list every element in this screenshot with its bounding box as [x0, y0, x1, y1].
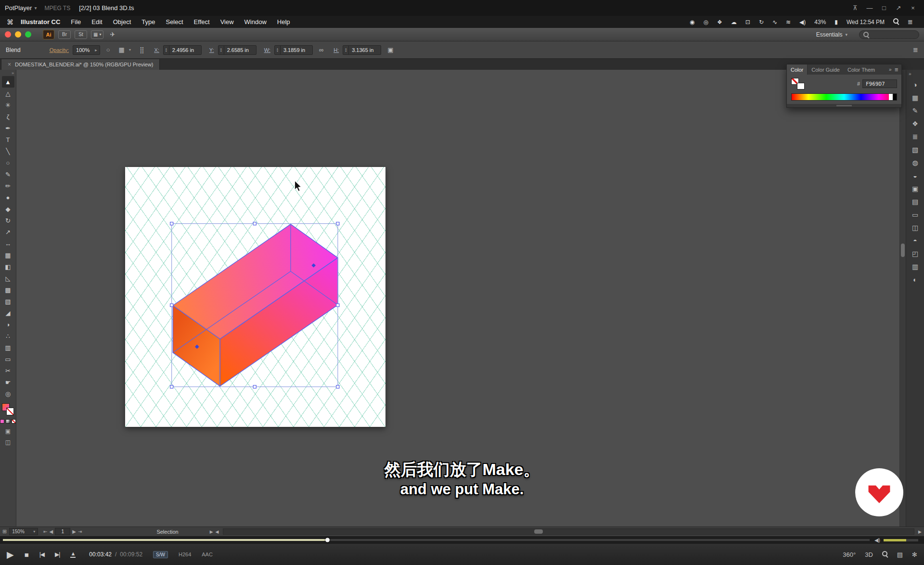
seek-handle[interactable]: [325, 538, 330, 542]
y-field[interactable]: ▴▾ 2.6585 in: [218, 45, 257, 55]
first-artboard-icon[interactable]: ⇤: [43, 529, 47, 534]
stepper-icon[interactable]: ▴▾: [275, 46, 281, 54]
spotlight-search-icon[interactable]: [889, 18, 903, 26]
opacity-link[interactable]: Opacity:: [50, 47, 69, 53]
x-link[interactable]: X:: [154, 47, 159, 53]
w-field[interactable]: ▴▾ 3.1859 in: [274, 45, 313, 55]
mesh-tool[interactable]: ▩: [2, 284, 14, 295]
color-button[interactable]: [0, 419, 4, 424]
workspace-switcher[interactable]: Essentials ▾: [816, 31, 847, 38]
play-button[interactable]: ▶: [7, 550, 14, 559]
battery-icon[interactable]: ▮: [830, 19, 842, 26]
panel-layers-icon[interactable]: ▤: [908, 195, 923, 208]
blend-tool[interactable]: ◑: [2, 319, 14, 330]
panel-brushes-icon[interactable]: ✎: [908, 104, 923, 117]
stepper-icon[interactable]: ▴▾: [343, 46, 349, 54]
shape-builder-tool[interactable]: ◧: [2, 261, 14, 272]
pin-icon[interactable]: ⊼: [849, 3, 861, 13]
zoom-button[interactable]: [882, 551, 888, 558]
scroll-right-icon[interactable]: ▶: [918, 529, 922, 534]
volume-icon[interactable]: ◀): [795, 19, 810, 26]
h-field[interactable]: ▴▾ 3.1365 in: [343, 45, 381, 55]
fill-stroke-indicator[interactable]: [2, 403, 14, 415]
canvas[interactable]: [16, 70, 906, 526]
perspective-grid-tool[interactable]: ◺: [2, 272, 14, 284]
recolor-artwork-icon[interactable]: ○: [106, 46, 110, 53]
wifi-icon[interactable]: ≋: [782, 19, 795, 26]
minimize-icon[interactable]: —: [863, 3, 876, 13]
none-button[interactable]: [12, 419, 16, 424]
pencil-tool[interactable]: ✏: [2, 180, 14, 192]
stepper-icon[interactable]: ▴▾: [164, 46, 169, 54]
panel-appearance-icon[interactable]: ◒: [908, 169, 923, 182]
blob-brush-tool[interactable]: ●: [2, 192, 14, 203]
volume-slider[interactable]: [884, 539, 918, 541]
menu-effect[interactable]: Effect: [189, 18, 215, 26]
slice-tool[interactable]: ✂: [2, 365, 14, 376]
tab-color[interactable]: Color: [787, 64, 808, 75]
tab-color-themes[interactable]: Color Them: [844, 64, 879, 75]
color-spectrum-slider[interactable]: [791, 93, 897, 101]
status-options-icon[interactable]: ▶: [210, 529, 213, 534]
zoom-traffic-light[interactable]: [25, 31, 31, 38]
prev-artboard-icon[interactable]: ◀: [50, 529, 53, 534]
panel-pathfinder-icon[interactable]: ◓: [908, 234, 923, 247]
panel-symbols-icon[interactable]: ❖: [908, 117, 923, 130]
cloud-icon[interactable]: ☁: [727, 19, 741, 26]
width-tool[interactable]: ↔: [2, 238, 14, 249]
menu-object[interactable]: Object: [108, 18, 137, 26]
camera-icon[interactable]: ◎: [699, 19, 713, 26]
ellipse-tool[interactable]: ○: [2, 157, 14, 168]
previous-button[interactable]: |◀: [39, 552, 44, 557]
display-icon[interactable]: ⊡: [741, 19, 755, 26]
panel-swatches-icon[interactable]: ▦: [908, 91, 923, 104]
reference-point-icon[interactable]: ⣿: [140, 46, 144, 53]
seek-bar[interactable]: [3, 539, 870, 541]
artboard-number-field[interactable]: 1: [55, 528, 70, 535]
last-artboard-icon[interactable]: ⇥: [78, 529, 82, 534]
panel-transparency-icon[interactable]: ◍: [908, 156, 923, 169]
menu-view[interactable]: View: [215, 18, 239, 26]
symbol-sprayer-tool[interactable]: ∴: [2, 330, 14, 342]
menu-type[interactable]: Type: [136, 18, 160, 26]
artboard[interactable]: [125, 167, 385, 427]
panel-collapse-icon[interactable]: »: [889, 67, 892, 72]
potplayer-app-menu[interactable]: PotPlayer: [5, 4, 32, 12]
align-options-icon[interactable]: ▦: [119, 46, 125, 53]
fill-stroke-indicator[interactable]: [791, 78, 805, 90]
tab-color-guide[interactable]: Color Guide: [808, 64, 844, 75]
next-artboard-icon[interactable]: ▶: [72, 529, 76, 534]
panel-graphic-styles-icon[interactable]: ▣: [908, 182, 923, 195]
screen-record-icon[interactable]: ◉: [685, 19, 699, 26]
panel-artboards-icon[interactable]: ▭: [908, 208, 923, 221]
w-link[interactable]: W:: [264, 47, 270, 53]
stroke-swatch[interactable]: [6, 408, 14, 415]
sync-icon[interactable]: ↻: [755, 19, 768, 26]
fullscreen-icon[interactable]: ↗: [892, 3, 905, 13]
rotate-tool[interactable]: ↻: [2, 215, 14, 226]
volume-icon[interactable]: ◀): [874, 537, 880, 543]
battery-percent[interactable]: 43%: [810, 19, 830, 26]
apple-menu-icon[interactable]: ⌘: [7, 18, 13, 26]
toolbar-collapse-icon[interactable]: »: [12, 71, 14, 76]
panel-navigator-icon[interactable]: ◐: [908, 273, 923, 286]
open-file-button[interactable]: ▲: [70, 551, 76, 558]
zoom-level-select[interactable]: 150% ▾: [9, 528, 38, 535]
free-transform-tool[interactable]: ▦: [2, 249, 14, 261]
settings-button[interactable]: ✻: [912, 551, 917, 558]
playlist-button[interactable]: ▤: [897, 551, 903, 558]
panel-asset-export-icon[interactable]: ◰: [908, 247, 923, 260]
stop-button[interactable]: ■: [25, 551, 29, 558]
menu-help[interactable]: Help: [272, 18, 295, 26]
stock-button[interactable]: St: [75, 30, 87, 39]
vertical-scrollbar[interactable]: [899, 70, 906, 526]
eraser-tool[interactable]: ◆: [2, 203, 14, 215]
share-icon[interactable]: ✈: [110, 31, 115, 38]
paintbrush-tool[interactable]: ✎: [2, 168, 14, 180]
document-tab[interactable]: × DOMESTIKA_BLENDER.ai* @ 150% (RGB/GPU …: [1, 59, 160, 70]
decoder-badge[interactable]: S/W: [153, 551, 168, 558]
constrain-proportions-icon[interactable]: ∞: [319, 46, 323, 53]
scroll-left-icon[interactable]: ◀: [216, 529, 219, 534]
opacity-field[interactable]: 100% ▸: [73, 45, 100, 55]
horizontal-scroll-thumb[interactable]: [534, 529, 543, 534]
